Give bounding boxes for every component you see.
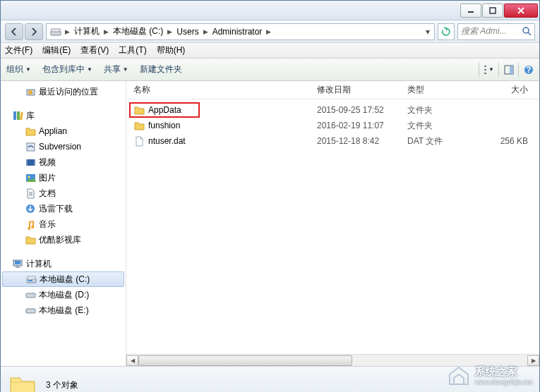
folder-icon [25,234,36,245]
file-row-ntuser[interactable]: ntuser.dat 2015-12-18 8:42 DAT 文件 256 KB [133,133,539,149]
sidebar-item-drive-d[interactable]: 本地磁盘 (D:) [1,287,126,302]
svg-rect-16 [26,159,28,166]
svg-rect-1 [490,8,496,13]
pictures-icon [25,172,36,183]
sidebar-item-drive-e[interactable]: 本地磁盘 (E:) [1,302,126,318]
file-icon [133,135,145,147]
toolbar-share[interactable]: 共享▼ [104,63,128,75]
minimize-button[interactable] [460,4,481,18]
refresh-button[interactable] [438,23,455,40]
svg-rect-25 [28,280,32,281]
toolbar-newfolder[interactable]: 新建文件夹 [140,63,182,75]
highlight-annotation: AppData [129,102,200,118]
breadcrumb[interactable]: ▶ 计算机 ▶ 本地磁盘 (C:) ▶ Users ▶ Administrato… [46,23,435,40]
scroll-thumb[interactable] [138,355,352,366]
file-list[interactable]: AppData 2015-09-25 17:52 文件夹 funshion 20… [126,99,539,354]
breadcrumb-segment[interactable]: 计算机 [71,24,102,39]
svg-rect-6 [510,66,513,74]
documents-icon [25,188,36,199]
chevron-down-icon: ▼ [25,66,31,73]
file-row-funshion[interactable]: funshion 2016-02-19 11:07 文件夹 [133,118,539,133]
sidebar-item-youku[interactable]: 优酷影视库 [1,232,126,247]
chevron-right-icon[interactable]: ▶ [64,28,71,35]
svg-point-19 [28,176,30,178]
explorer-window: ▶ 计算机 ▶ 本地磁盘 (C:) ▶ Users ▶ Administrato… [0,0,540,392]
maximize-button[interactable] [482,4,503,18]
sidebar-computer[interactable]: 计算机 [1,256,126,271]
toolbar-include[interactable]: 包含到库中▼ [42,63,92,75]
forward-button[interactable] [25,23,43,40]
status-text: 3 个对象 [46,379,78,391]
sidebar-item-applian[interactable]: Applian [1,123,126,139]
drive-icon [25,305,36,316]
breadcrumb-segment[interactable]: 本地磁盘 (C:) [110,24,166,39]
help-button[interactable]: ? [518,63,534,77]
toolbar-right: ▼ ? [479,63,534,77]
svg-rect-11 [13,111,16,120]
close-button[interactable] [504,4,538,18]
svg-rect-22 [15,261,20,264]
file-date: 2015-09-25 17:52 [317,105,407,115]
drive-icon [25,274,37,285]
view-options-button[interactable]: ▼ [479,63,494,77]
refresh-icon [441,27,451,37]
preview-pane-button[interactable] [498,63,514,77]
help-icon: ? [524,65,534,75]
chevron-down-icon[interactable]: ▾ [423,27,433,37]
sidebar-item-pictures[interactable]: 图片 [1,170,126,185]
file-type: 文件夹 [407,104,478,116]
column-size[interactable]: 大小 [478,84,539,96]
menu-edit[interactable]: 编辑(E) [42,44,71,56]
menu-view[interactable]: 查看(V) [80,44,109,56]
breadcrumb-segment[interactable]: Administrator [210,24,265,39]
search-icon [522,27,532,36]
svg-rect-23 [16,267,20,268]
folder-icon [25,125,36,137]
back-button[interactable] [5,23,23,40]
chevron-right-icon[interactable]: ▶ [202,28,210,35]
sidebar-item-music[interactable]: 音乐 [1,216,126,232]
chevron-right-icon[interactable]: ▶ [102,28,110,35]
libraries-icon [12,110,23,121]
file-type: DAT 文件 [407,135,478,147]
nav-arrows [5,23,43,40]
file-size: 256 KB [478,136,539,146]
file-name: ntuser.dat [148,136,186,146]
computer-icon [12,258,23,269]
menu-file[interactable]: 文件(F) [5,44,32,56]
svg-point-10 [28,90,32,94]
sidebar-libraries[interactable]: 库 [1,108,126,123]
sidebar-item-xunlei[interactable]: 迅雷下载 [1,201,126,216]
svg-rect-26 [28,276,35,279]
column-type[interactable]: 类型 [407,84,478,96]
sidebar-item-recent[interactable]: 最近访问的位置 [1,84,126,99]
scroll-left-button[interactable]: ◀ [126,355,138,366]
column-name[interactable]: 名称 [133,84,317,96]
sidebar-item-video[interactable]: 视频 [1,154,126,170]
chevron-down-icon: ▼ [87,66,92,73]
sidebar-item-documents[interactable]: 文档 [1,185,126,201]
svg-rect-28 [26,309,35,313]
chevron-right-icon[interactable]: ▶ [166,28,174,35]
sidebar-item-subversion[interactable]: Subversion [1,139,126,154]
file-row-appdata[interactable]: AppData 2015-09-25 17:52 文件夹 [133,102,539,118]
video-icon [25,157,36,168]
breadcrumb-segment[interactable]: Users [174,24,201,39]
svg-rect-17 [34,159,35,166]
drive-icon [25,289,36,300]
file-date: 2016-02-19 11:07 [317,121,407,130]
svg-point-4 [523,27,529,33]
menu-tools[interactable]: 工具(T) [119,44,146,56]
music-icon [25,219,36,230]
address-bar: ▶ 计算机 ▶ 本地磁盘 (C:) ▶ Users ▶ Administrato… [1,20,539,43]
column-modified[interactable]: 修改日期 [317,84,407,96]
chevron-right-icon[interactable]: ▶ [265,28,272,35]
file-name: AppData [148,105,181,115]
sidebar-item-drive-c[interactable]: 本地磁盘 (C:) [2,271,124,287]
search-input[interactable]: 搜索 Admi... [457,23,535,40]
recent-icon [25,86,36,97]
toolbar-organize[interactable]: 组织▼ [6,63,31,75]
menu-help[interactable]: 帮助(H) [157,44,186,56]
sidebar[interactable]: 最近访问的位置 库 Applian Subversion 视频 图片 文档 迅雷… [1,81,126,366]
titlebar[interactable] [1,1,539,20]
